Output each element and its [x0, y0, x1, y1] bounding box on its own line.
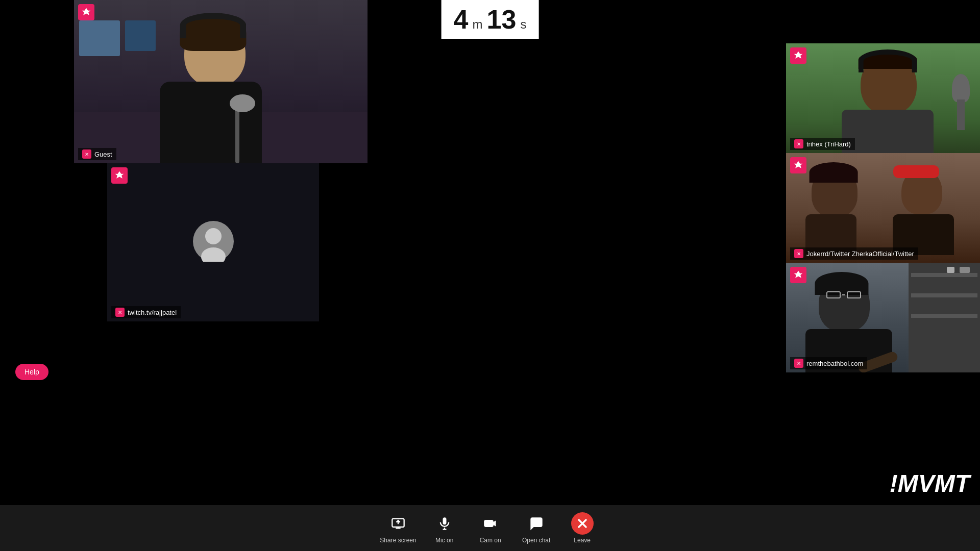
svg-rect-5	[484, 520, 493, 527]
trihex-name-badge: ✕ trihex (TriHard)	[790, 138, 855, 150]
svg-rect-4	[443, 517, 446, 524]
chat-label: Open chat	[522, 537, 550, 544]
watermark: !MVMT	[890, 469, 970, 497]
remthe-name-badge: ✕ remthebathboi.com	[790, 357, 867, 369]
cam-label: Cam on	[480, 537, 501, 544]
timer-seconds-unit: s	[520, 17, 526, 32]
trihex-video-panel: ✕ trihex (TriHard)	[786, 43, 980, 153]
share-screen-button[interactable]: Share screen	[380, 512, 416, 544]
share-screen-icon	[387, 512, 409, 535]
mic-label: Mic on	[435, 537, 453, 544]
guest-video-panel: ✕ Guest	[74, 0, 368, 163]
rajj-avatar	[193, 221, 234, 264]
rajj-name-badge: ✕ twitch.tv/rajjpatel	[111, 306, 181, 318]
jokerrd-video-panel: ✕ Jokerrd/Twitter ZherkaOfficial/Twitter	[786, 153, 980, 263]
trihex-badge-icon: ✕	[794, 139, 803, 148]
leave-icon	[571, 512, 594, 535]
remthe-name-label: remthebathboi.com	[806, 360, 863, 367]
rajj-corner-badge	[111, 167, 128, 184]
help-button[interactable]: Help	[15, 364, 48, 380]
guest-corner-badge	[78, 4, 94, 20]
share-screen-label: Share screen	[380, 537, 416, 544]
remthe-video-panel: ✕ remthebathboi.com	[786, 263, 980, 372]
jokerrd-name-label: Jokerrd/Twitter ZherkaOfficial/Twitter	[806, 250, 914, 258]
trihex-name-label: trihex (TriHard)	[806, 140, 851, 148]
mic-icon	[433, 512, 456, 535]
leave-label: Leave	[574, 537, 591, 544]
rajj-badge-icon: ✕	[115, 308, 125, 317]
jokerrd-name-badge: ✕ Jokerrd/Twitter ZherkaOfficial/Twitter	[790, 247, 918, 260]
guest-badge-icon: ✕	[82, 149, 91, 159]
trihex-corner-badge	[790, 47, 806, 64]
toolbar: Share screen Mic on Cam on Open chat	[0, 505, 980, 551]
timer-minutes: 4	[454, 4, 469, 35]
guest-name-label: Guest	[94, 151, 112, 158]
rajj-video-panel: ✕ twitch.tv/rajjpatel	[107, 163, 319, 321]
jokerrd-corner-badge	[790, 157, 806, 173]
rajj-name-label: twitch.tv/rajjpatel	[128, 309, 177, 316]
timer-minutes-unit: m	[473, 17, 483, 32]
mic-button[interactable]: Mic on	[427, 512, 462, 544]
leave-button[interactable]: Leave	[565, 512, 600, 544]
cam-icon	[479, 512, 502, 535]
open-chat-button[interactable]: Open chat	[519, 512, 554, 544]
remthe-badge-icon: ✕	[794, 359, 803, 368]
timer-seconds: 13	[487, 4, 517, 35]
cam-button[interactable]: Cam on	[473, 512, 508, 544]
svg-point-1	[205, 228, 222, 244]
remthe-corner-badge	[790, 267, 806, 283]
guest-name-badge: ✕ Guest	[78, 148, 116, 160]
jokerrd-badge-icon: ✕	[794, 249, 803, 258]
timer: 4m 13s	[442, 0, 539, 39]
chat-icon	[525, 512, 548, 535]
